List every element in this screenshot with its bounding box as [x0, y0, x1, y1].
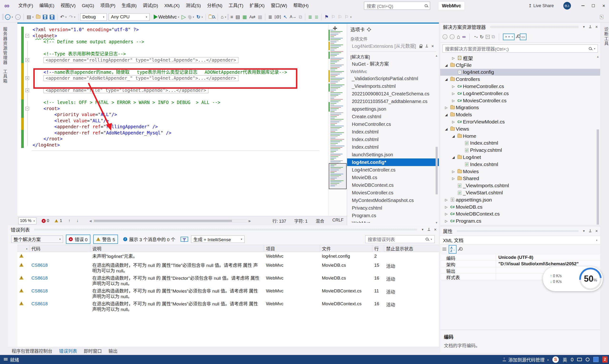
code-cell[interactable]: CS8618 — [29, 274, 91, 287]
outlining-margin[interactable]: − — [24, 106, 31, 112]
undo-button[interactable]: ↶▾ — [59, 13, 68, 21]
wrench-icon[interactable] — [458, 248, 461, 251]
outlining-margin[interactable] — [24, 45, 31, 51]
horizontal-scrollbar[interactable]: ◀ ▶ — [88, 219, 252, 223]
indent-button[interactable]: ≣ — [267, 13, 273, 21]
pin-icon[interactable] — [589, 230, 591, 232]
home-icon[interactable]: ⌂ — [457, 34, 460, 40]
toggle-bookmark-button[interactable]: ⚑ — [323, 13, 330, 21]
scope-filter-dropdown[interactable]: 整个解决方案▾ — [11, 235, 63, 243]
code-line-1[interactable]: <?xml version="1.0" encoding="utf-8" ?> — [17, 27, 327, 33]
description-cell[interactable]: 在退出构造函数时，不可为 null 的 属性"Movies"必须包含非 null… — [91, 287, 264, 299]
document-tab-MovieDB.cs[interactable]: MovieDB.cs — [347, 174, 439, 181]
minimap-viewport[interactable] — [329, 163, 347, 189]
chevron-collapsed-icon[interactable]: ▷ — [451, 177, 456, 180]
properties-icon[interactable]: ⧉ — [492, 34, 495, 39]
document-tab-Index.cshtml[interactable]: Index.cshtml — [347, 128, 439, 136]
error-search-box[interactable]: 搜索错误列表 ▾ — [365, 235, 435, 243]
menu-item-11[interactable]: 工具(T) — [225, 0, 246, 12]
tree-item-log4net.config[interactable]: ⌐log4net.config — [440, 69, 600, 76]
outlining-margin[interactable] — [24, 63, 31, 69]
editor-error-count[interactable]: ×0 — [42, 218, 49, 223]
forward-icon[interactable]: → — [450, 34, 455, 39]
code-text[interactable]: <?xml version="1.0" encoding="utf-8" ?> — [31, 27, 139, 33]
outlining-margin[interactable]: + — [24, 87, 31, 93]
document-tab-launchSettings.json[interactable]: launchSettings.json — [347, 151, 439, 158]
scroll-up-arrow[interactable]: ▲ — [435, 54, 438, 57]
search-options-icon[interactable]: ▾ — [431, 238, 432, 241]
tree-item-Movies[interactable]: ▷Movies — [440, 168, 600, 175]
outlining-margin[interactable] — [24, 136, 31, 142]
sync-namespace-button[interactable]: ▩ — [257, 13, 264, 21]
add-to-source-control-button[interactable]: 添加到源代码管理 ▴ — [503, 356, 549, 363]
column-severity[interactable]: ▴ — [17, 245, 29, 252]
code-line-2[interactable]: −<log4net> — [17, 33, 327, 39]
tree-scrollbar[interactable]: ▲ — [596, 54, 600, 225]
chevron-expanded-icon[interactable]: ◢ — [443, 127, 449, 131]
scroll-left-arrow[interactable]: ◀ — [89, 219, 91, 223]
new-project-button[interactable]: ▤▾ — [26, 13, 35, 21]
menu-item-5[interactable]: 项目(P) — [97, 0, 118, 12]
tree-item-_ViewImports.cshtml[interactable]: @_ViewImports.cshtml — [440, 182, 600, 189]
outlining-margin[interactable] — [24, 99, 31, 106]
tab-item-metadata[interactable]: Log4NetExtensions [从元数据] × — [347, 42, 439, 50]
outlining-margin[interactable]: + — [24, 57, 31, 63]
scrollbar-thumb[interactable] — [436, 147, 438, 194]
chevron-collapsed-icon[interactable]: ▷ — [443, 219, 449, 223]
window-position-dropdown-icon[interactable]: ▼ — [583, 25, 585, 28]
code-line-15[interactable]: <priority value="ALL"/> — [17, 112, 327, 118]
pin-icon[interactable] — [428, 228, 430, 231]
switch-views-icon[interactable]: ∞ — [462, 34, 466, 39]
configuration-dropdown[interactable]: Debug▾ — [80, 13, 107, 21]
copy-structure-button[interactable]: ⧉ — [298, 13, 303, 21]
avatar[interactable]: 创上 — [563, 2, 571, 10]
code-text[interactable]: <level value="ALL"/> — [31, 118, 109, 124]
tab-diagnostic-tools[interactable]: 诊断工具 — [600, 27, 609, 46]
live-share-button[interactable]: ↥ Live Share — [528, 3, 554, 8]
solution-search-box[interactable]: 搜索解决方案资源管理器(Ctrl+;) ▾ — [442, 44, 598, 52]
tree-item-appsettings.json[interactable]: ▷{}appsettings.json — [440, 196, 600, 203]
tab-item-nuget[interactable]: NuGet - 解决方案 — [347, 60, 439, 68]
chevron-collapsed-icon[interactable]: ▷ — [451, 84, 456, 88]
clear-bookmarks-button[interactable]: ⚐ — [343, 13, 350, 21]
column-code[interactable]: 代码 — [29, 245, 91, 252]
platform-dropdown[interactable]: Any CPU▾ — [109, 13, 150, 21]
next-issue-button[interactable]: ↓ — [76, 218, 78, 223]
document-outline-button[interactable]: ▤ — [234, 13, 241, 21]
window-position-dropdown-icon[interactable]: ▼ — [421, 228, 424, 231]
preview-selected-items-toggle[interactable]: ▭ — [520, 34, 526, 40]
error-row-1[interactable]: 未声明"log4net"元素。WebMvclog4net.config2 — [17, 252, 439, 261]
panel-grip[interactable] — [490, 26, 578, 28]
clipped-document-tab[interactable]: WebMvc — [347, 219, 439, 223]
expand-region-icon[interactable]: + — [26, 89, 29, 92]
toolbar-overflow[interactable]: ▾ — [350, 16, 352, 18]
tree-item-Log4netController.cs[interactable]: ▷C#Log4netController.cs — [440, 90, 600, 97]
minimize-button[interactable] — [578, 0, 588, 12]
code-line-12[interactable] — [17, 93, 327, 100]
bottom-tab-1[interactable]: 程序包管理器控制台 — [9, 346, 55, 355]
column-project[interactable]: 项目 — [264, 245, 320, 252]
file-cell[interactable]: MovieDB.cs — [320, 261, 372, 274]
document-tab-20221009080124_CreateSchema.cs[interactable]: 20221009080124_CreateSchema.cs — [347, 90, 439, 98]
code-text[interactable]: <appender-ref ref="rollingAppender" /> — [31, 124, 158, 130]
pin-icon[interactable] — [426, 45, 428, 47]
chevron-collapsed-icon[interactable]: ▷ — [451, 170, 456, 173]
code-line-19[interactable]: </root> — [17, 136, 327, 142]
source-filter-dropdown[interactable]: 生成 + IntelliSense▾ — [191, 235, 245, 243]
file-cell[interactable]: log4net.config — [320, 252, 372, 261]
code-text[interactable]: <appender-ref ref="AdoNetAppender_Mysql"… — [31, 130, 171, 136]
outlining-margin[interactable] — [24, 27, 31, 33]
code-text[interactable]: </root> — [31, 136, 63, 142]
toolbar-grip[interactable] — [2, 14, 4, 20]
code-cell[interactable]: CS8618 — [29, 287, 91, 299]
scrollbar-thumb[interactable] — [597, 130, 599, 225]
code-text[interactable]: <root> — [31, 106, 60, 112]
attribute-button[interactable]: [@] — [273, 13, 282, 21]
document-tab-appsettings.json[interactable]: appsettings.json — [347, 105, 439, 113]
menu-item-8[interactable]: XML(X) — [161, 0, 183, 12]
filter-button[interactable] — [181, 237, 188, 242]
uncomment-selection-button[interactable]: ≣ — [313, 13, 320, 21]
expand-region-icon[interactable]: + — [26, 58, 29, 62]
chevron-expanded-icon[interactable]: ◢ — [443, 113, 449, 117]
code-cell[interactable]: CS8618 — [29, 261, 91, 274]
